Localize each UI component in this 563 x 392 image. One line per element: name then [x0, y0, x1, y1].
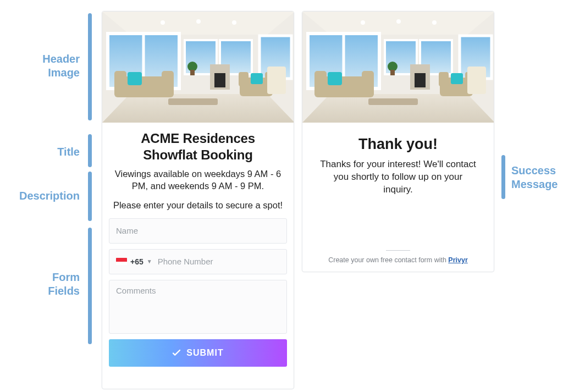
- annotation-bar-header-image: [88, 13, 92, 120]
- svg-rect-16: [162, 71, 174, 87]
- svg-rect-48: [467, 67, 486, 94]
- annotation-success-message: SuccessMessage: [511, 164, 563, 191]
- header-image: [102, 12, 294, 123]
- annotation-bar-description: [88, 172, 92, 221]
- footer-line: Create your own free contact form with P…: [302, 251, 494, 272]
- annotation-bar-title: [88, 134, 92, 167]
- annotation-header-image: HeaderImage: [27, 52, 80, 80]
- chevron-down-icon: ▼: [147, 258, 152, 264]
- svg-rect-41: [314, 71, 327, 87]
- comments-field-wrapper: [109, 280, 287, 334]
- annotation-bar-form-fields: [88, 228, 92, 344]
- svg-marker-31: [302, 94, 494, 123]
- annotation-description: Description: [3, 189, 80, 203]
- comments-input[interactable]: [116, 286, 280, 329]
- country-code-selector[interactable]: +65 ▼: [116, 257, 158, 266]
- svg-rect-23: [168, 98, 218, 105]
- annotation-bar-success-message: [501, 155, 505, 199]
- flag-icon: [116, 258, 127, 265]
- svg-rect-39: [415, 73, 426, 87]
- success-title: Thank you!: [312, 136, 484, 153]
- svg-rect-51: [390, 70, 395, 75]
- annotation-form-fields: FormFields: [40, 270, 80, 298]
- form-card: ACME Residences Showflat Booking Viewing…: [102, 11, 294, 389]
- svg-rect-25: [190, 70, 195, 75]
- svg-marker-5: [102, 94, 294, 123]
- submit-button[interactable]: SUBMIT: [109, 339, 287, 367]
- svg-point-30: [432, 20, 437, 25]
- svg-point-2: [161, 20, 165, 25]
- form-description: Viewings available on weekdays 9 AM - 6 …: [112, 168, 284, 192]
- svg-rect-42: [362, 71, 374, 87]
- check-icon: [172, 349, 181, 357]
- form-title: ACME Residences Showflat Booking: [112, 130, 284, 163]
- phone-field-wrapper: +65 ▼: [109, 249, 287, 274]
- country-code: +65: [130, 257, 143, 266]
- svg-rect-17: [128, 72, 142, 85]
- svg-rect-45: [439, 72, 449, 86]
- form-callout: Please enter your details to secure a sp…: [112, 200, 284, 211]
- success-body: Thanks for your interest! We'll contact …: [312, 158, 484, 196]
- annotation-title: Title: [44, 145, 80, 159]
- form-fields: +65 ▼ SUBMIT: [102, 211, 294, 372]
- svg-rect-43: [328, 72, 342, 85]
- header-image-success: [302, 12, 494, 123]
- svg-point-3: [196, 19, 201, 24]
- name-input[interactable]: [116, 226, 280, 235]
- svg-point-29: [396, 19, 401, 24]
- footer-text: Create your own free contact form with: [328, 256, 448, 264]
- svg-rect-47: [451, 73, 463, 84]
- footer-link[interactable]: Privyr: [448, 256, 467, 264]
- svg-point-28: [361, 20, 365, 25]
- phone-input[interactable]: [158, 257, 280, 266]
- svg-rect-49: [368, 98, 418, 105]
- svg-rect-21: [251, 73, 263, 84]
- svg-rect-15: [114, 71, 126, 87]
- svg-point-4: [232, 20, 236, 25]
- svg-rect-13: [214, 73, 225, 87]
- svg-rect-22: [267, 67, 286, 94]
- svg-rect-19: [239, 72, 249, 86]
- success-card: Thank you! Thanks for your interest! We'…: [302, 11, 494, 272]
- name-field-wrapper: [109, 218, 287, 244]
- submit-label: SUBMIT: [186, 348, 223, 358]
